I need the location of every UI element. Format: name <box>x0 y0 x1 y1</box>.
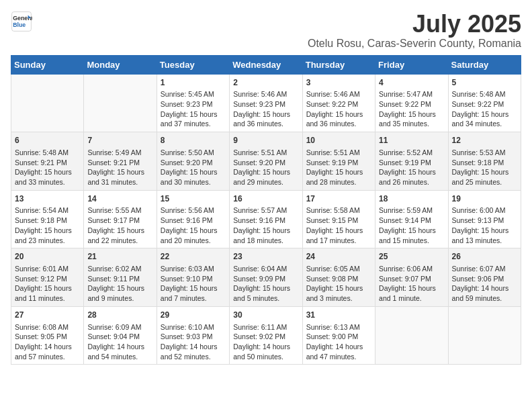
calendar-week-row: 13Sunrise: 5:54 AMSunset: 9:18 PMDayligh… <box>11 190 521 248</box>
calendar-weekday-header: Friday <box>375 55 448 74</box>
day-info-line: Daylight: 15 hours <box>161 283 226 293</box>
day-info-line: Sunset: 9:19 PM <box>306 158 371 168</box>
calendar-day-cell: 13Sunrise: 5:54 AMSunset: 9:18 PMDayligh… <box>11 190 84 248</box>
day-number: 16 <box>233 193 298 205</box>
day-info-line: Sunrise: 6:02 AM <box>87 264 152 274</box>
day-info-line: Daylight: 15 hours <box>233 167 298 177</box>
day-info-line: Daylight: 14 hours <box>15 342 80 352</box>
day-info-line: Daylight: 15 hours <box>233 226 298 236</box>
calendar-week-row: 1Sunrise: 5:45 AMSunset: 9:23 PMDaylight… <box>11 74 521 132</box>
day-info-line: Daylight: 15 hours <box>379 109 444 120</box>
calendar-day-cell: 26Sunrise: 6:07 AMSunset: 9:06 PMDayligh… <box>448 248 521 307</box>
day-info-line: Sunset: 9:10 PM <box>161 274 226 284</box>
calendar-day-cell: 3Sunrise: 5:46 AMSunset: 9:22 PMDaylight… <box>302 74 375 132</box>
day-info-line: and 9 minutes. <box>87 293 152 304</box>
day-info-line: Sunset: 9:16 PM <box>233 216 298 226</box>
calendar-weekday-header: Thursday <box>302 55 375 74</box>
calendar-day-cell: 20Sunrise: 6:01 AMSunset: 9:12 PMDayligh… <box>11 248 84 307</box>
calendar-day-cell: 29Sunrise: 6:10 AMSunset: 9:03 PMDayligh… <box>157 306 229 365</box>
day-info-line: Sunrise: 5:59 AM <box>379 205 444 216</box>
day-info-line: and 34 minutes. <box>452 119 517 129</box>
day-info-line: Daylight: 15 hours <box>233 283 298 293</box>
day-info-line: Sunset: 9:07 PM <box>379 274 444 284</box>
calendar-day-cell: 6Sunrise: 5:48 AMSunset: 9:21 PMDaylight… <box>11 132 84 191</box>
day-info-line: Daylight: 15 hours <box>379 226 444 236</box>
day-info-line: Sunrise: 6:06 AM <box>379 264 444 274</box>
day-info-line: Sunrise: 6:11 AM <box>233 322 298 332</box>
calendar-day-cell: 10Sunrise: 5:51 AMSunset: 9:19 PMDayligh… <box>302 132 375 191</box>
day-info-line: Daylight: 15 hours <box>87 167 152 177</box>
day-number: 26 <box>452 251 517 263</box>
calendar-week-row: 6Sunrise: 5:48 AMSunset: 9:21 PMDaylight… <box>11 132 521 191</box>
calendar-day-cell: 31Sunrise: 6:13 AMSunset: 9:00 PMDayligh… <box>302 306 375 365</box>
logo: General Blue <box>11 11 32 32</box>
day-info-line: and 33 minutes. <box>15 177 80 187</box>
day-info-line: and 13 minutes. <box>452 236 517 246</box>
day-info-line: and 20 minutes. <box>161 236 226 246</box>
title-block: July 2025 Otelu Rosu, Caras-Severin Coun… <box>308 11 521 50</box>
calendar-day-cell: 23Sunrise: 6:04 AMSunset: 9:09 PMDayligh… <box>230 248 302 307</box>
calendar-weekday-header: Monday <box>84 55 157 74</box>
calendar-day-cell: 7Sunrise: 5:49 AMSunset: 9:21 PMDaylight… <box>84 132 157 191</box>
day-info-line: Sunrise: 5:51 AM <box>306 148 371 158</box>
calendar-day-cell: 17Sunrise: 5:58 AMSunset: 9:15 PMDayligh… <box>302 190 375 248</box>
day-info-line: Daylight: 15 hours <box>379 167 444 177</box>
calendar-day-cell: 24Sunrise: 6:05 AMSunset: 9:08 PMDayligh… <box>302 248 375 307</box>
day-info-line: Sunset: 9:22 PM <box>452 99 517 109</box>
calendar-day-cell: 1Sunrise: 5:45 AMSunset: 9:23 PMDaylight… <box>157 74 229 132</box>
day-info-line: Sunset: 9:08 PM <box>306 274 371 284</box>
day-number: 14 <box>87 193 152 205</box>
day-info-line: and 28 minutes. <box>306 177 371 187</box>
day-info-line: Sunset: 9:15 PM <box>306 216 371 226</box>
calendar-day-cell: 25Sunrise: 6:06 AMSunset: 9:07 PMDayligh… <box>375 248 448 307</box>
day-info-line: Sunrise: 5:56 AM <box>161 205 226 216</box>
day-info-line: and 3 minutes. <box>306 293 371 304</box>
svg-text:Blue: Blue <box>13 21 26 28</box>
day-info-line: Sunrise: 5:48 AM <box>452 89 517 99</box>
calendar-day-cell: 4Sunrise: 5:47 AMSunset: 9:22 PMDaylight… <box>375 74 448 132</box>
day-info-line: and 11 minutes. <box>15 293 80 304</box>
calendar-day-cell: 5Sunrise: 5:48 AMSunset: 9:22 PMDaylight… <box>448 74 521 132</box>
day-info-line: Sunset: 9:23 PM <box>161 99 226 109</box>
day-info-line: and 22 minutes. <box>87 236 152 246</box>
calendar-day-cell: 9Sunrise: 5:51 AMSunset: 9:20 PMDaylight… <box>230 132 302 191</box>
day-info-line: Sunset: 9:21 PM <box>87 158 152 168</box>
day-info-line: Sunrise: 5:53 AM <box>452 148 517 158</box>
day-info-line: and 50 minutes. <box>233 352 298 362</box>
day-number: 2 <box>233 77 298 89</box>
day-info-line: Sunrise: 5:58 AM <box>306 205 371 216</box>
day-info-line: and 35 minutes. <box>379 119 444 129</box>
day-info-line: Sunrise: 6:10 AM <box>161 322 226 332</box>
day-info-line: and 29 minutes. <box>233 177 298 187</box>
day-info-line: Sunset: 9:14 PM <box>379 216 444 226</box>
day-info-line: Daylight: 15 hours <box>87 226 152 236</box>
day-number: 21 <box>87 251 152 263</box>
day-info-line: Daylight: 15 hours <box>306 109 371 120</box>
day-info-line: Sunset: 9:20 PM <box>233 158 298 168</box>
calendar-body: 1Sunrise: 5:45 AMSunset: 9:23 PMDaylight… <box>11 74 521 365</box>
calendar-day-cell <box>448 306 521 365</box>
calendar-week-row: 27Sunrise: 6:08 AMSunset: 9:05 PMDayligh… <box>11 306 521 365</box>
day-info-line: Sunset: 9:02 PM <box>233 332 298 342</box>
day-number: 3 <box>306 77 371 89</box>
day-info-line: Daylight: 15 hours <box>306 226 371 236</box>
day-info-line: Sunrise: 6:05 AM <box>306 264 371 274</box>
day-info-line: Sunrise: 5:47 AM <box>379 89 444 99</box>
day-number: 22 <box>161 251 226 263</box>
logo-icon: General Blue <box>11 11 32 32</box>
location-title: Otelu Rosu, Caras-Severin County, Romani… <box>308 38 521 50</box>
day-number: 12 <box>452 135 517 146</box>
day-info-line: Daylight: 14 hours <box>161 342 226 352</box>
day-info-line: Sunset: 9:11 PM <box>87 274 152 284</box>
day-info-line: Sunset: 9:18 PM <box>15 216 80 226</box>
day-number: 5 <box>452 77 517 89</box>
day-info-line: Sunset: 9:13 PM <box>452 216 517 226</box>
day-number: 31 <box>306 310 371 321</box>
day-info-line: Sunset: 9:22 PM <box>379 99 444 109</box>
calendar-table: SundayMondayTuesdayWednesdayThursdayFrid… <box>11 55 521 365</box>
day-info-line: and 25 minutes. <box>452 177 517 187</box>
day-info-line: Sunrise: 6:08 AM <box>15 322 80 332</box>
day-info-line: Daylight: 15 hours <box>379 283 444 293</box>
day-info-line: and 57 minutes. <box>15 352 80 362</box>
calendar-day-cell <box>84 74 157 132</box>
